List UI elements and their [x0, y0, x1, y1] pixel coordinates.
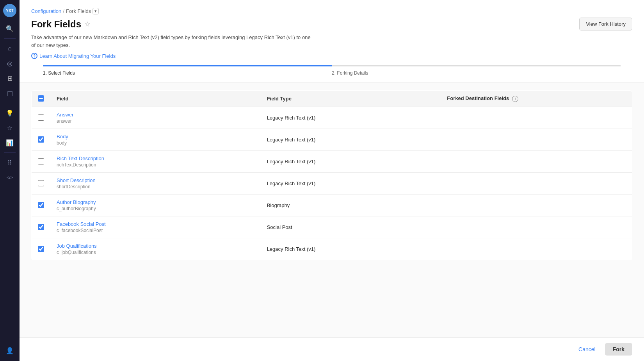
forked-destination-cell-shortDescription	[441, 172, 632, 194]
cancel-button[interactable]: Cancel	[574, 343, 600, 356]
field-slug-facebookSocialPost: c_facebookSocialPost	[57, 228, 254, 233]
field-type-cell-jobQualifications: Legacy Rich Text (v1)	[261, 238, 441, 260]
forked-destination-cell-answer	[441, 107, 632, 129]
table-row: Job Qualificationsc_jobQualificationsLeg…	[32, 238, 632, 260]
content-area: Field Field Type Forked Destination Fiel…	[20, 82, 644, 337]
field-cell-authorBiography: Author Biographyc_authorBiography	[50, 194, 261, 216]
table-row: Facebook Social Postc_facebookSocialPost…	[32, 216, 632, 238]
field-slug-answer: answer	[57, 118, 254, 124]
checkbox-jobQualifications[interactable]	[38, 246, 44, 252]
field-link-shortDescription[interactable]: Short Description	[57, 177, 254, 183]
row-checkbox-cell-answer	[32, 107, 51, 129]
sidebar-divider-3	[4, 152, 16, 153]
field-link-jobQualifications[interactable]: Job Qualifications	[57, 243, 254, 249]
field-link-answer[interactable]: Answer	[57, 112, 254, 118]
layers-icon[interactable]: ◫	[3, 86, 16, 100]
field-cell-richTextDescription: Rich Text DescriptionrichTextDescription	[50, 150, 261, 172]
field-type-cell-shortDescription: Legacy Rich Text (v1)	[261, 172, 441, 194]
field-link-body[interactable]: Body	[57, 134, 254, 139]
page-header-row: Fork Fields ☆ View Fork History	[31, 18, 632, 30]
main-content: Configuration / Fork Fields ▾ Fork Field…	[20, 0, 644, 361]
checkbox-richTextDescription[interactable]	[38, 158, 44, 164]
field-slug-richTextDescription: richTextDescription	[57, 162, 254, 168]
lightbulb-icon[interactable]: 💡	[3, 106, 16, 120]
step-2-track	[332, 65, 621, 66]
target-icon[interactable]: ◎	[3, 57, 16, 70]
row-checkbox-cell-jobQualifications	[32, 238, 51, 260]
breadcrumb-dropdown[interactable]: ▾	[93, 8, 99, 14]
select-all-indeterminate[interactable]	[38, 95, 44, 102]
row-checkbox-cell-facebookSocialPost	[32, 216, 51, 238]
view-fork-history-button[interactable]: View Fork History	[579, 18, 632, 30]
checkbox-facebookSocialPost[interactable]	[38, 224, 44, 230]
checkbox-authorBiography[interactable]	[38, 202, 44, 208]
breadcrumb-current: Fork Fields	[66, 8, 91, 14]
field-cell-jobQualifications: Job Qualificationsc_jobQualifications	[50, 238, 261, 260]
apps-icon[interactable]: ⠿	[3, 156, 16, 169]
table-body: AnsweranswerLegacy Rich Text (v1)Bodybod…	[32, 107, 632, 260]
field-cell-shortDescription: Short DescriptionshortDescription	[50, 172, 261, 194]
table-row: Rich Text DescriptionrichTextDescription…	[32, 150, 632, 172]
search-icon[interactable]: 🔍	[3, 22, 16, 35]
learn-link[interactable]: ? Learn About Migrating Your Fields	[31, 53, 116, 59]
checkbox-answer[interactable]	[38, 114, 44, 121]
sidebar-bottom: 👤	[3, 344, 16, 357]
forked-destination-cell-authorBiography	[441, 194, 632, 216]
field-column-header: Field	[50, 91, 261, 107]
field-type-cell-authorBiography: Biography	[261, 194, 441, 216]
grid-icon[interactable]: ⊞	[3, 71, 16, 85]
user-icon[interactable]: 👤	[3, 344, 16, 357]
chart-icon[interactable]: 📊	[3, 136, 16, 149]
row-checkbox-cell-body	[32, 129, 51, 150]
sidebar: YXT 🔍 ⌂ ◎ ⊞ ◫ 💡 ☆ 📊 ⠿ </> 👤	[0, 0, 20, 361]
table-row: Short DescriptionshortDescriptionLegacy …	[32, 172, 632, 194]
breadcrumb: Configuration / Fork Fields ▾	[31, 8, 632, 14]
field-type-cell-body: Legacy Rich Text (v1)	[261, 129, 441, 150]
field-link-authorBiography[interactable]: Author Biography	[57, 199, 254, 205]
favorite-icon[interactable]: ☆	[84, 20, 91, 29]
field-type-column-header: Field Type	[261, 91, 441, 107]
forked-destination-cell-facebookSocialPost	[441, 216, 632, 238]
select-all-checkbox-wrap[interactable]	[38, 95, 44, 102]
field-link-facebookSocialPost[interactable]: Facebook Social Post	[57, 221, 254, 227]
field-cell-answer: Answeranswer	[50, 107, 261, 129]
page-title-area: Fork Fields ☆	[31, 19, 91, 30]
footer-bar: Cancel Fork	[20, 337, 644, 361]
checkbox-shortDescription[interactable]	[38, 180, 44, 186]
forked-destination-cell-richTextDescription	[441, 150, 632, 172]
step-1-label: 1. Select Fields	[43, 70, 332, 76]
field-slug-authorBiography: c_authorBiography	[57, 206, 254, 211]
field-type-cell-facebookSocialPost: Social Post	[261, 216, 441, 238]
field-slug-body: body	[57, 140, 254, 146]
help-circle-icon: ?	[31, 53, 37, 59]
row-checkbox-cell-richTextDescription	[32, 150, 51, 172]
field-type-cell-answer: Legacy Rich Text (v1)	[261, 107, 441, 129]
steps-bar: 1. Select Fields 2. Forking Details	[31, 65, 632, 76]
forked-destination-info-icon[interactable]: i	[512, 96, 518, 102]
page-title: Fork Fields	[31, 19, 81, 30]
steps-labels: 1. Select Fields 2. Forking Details	[43, 68, 621, 76]
field-link-richTextDescription[interactable]: Rich Text Description	[57, 155, 254, 161]
sidebar-divider-2	[4, 103, 16, 103]
code-icon[interactable]: </>	[3, 171, 16, 184]
forked-destination-cell-body	[441, 129, 632, 150]
row-checkbox-cell-shortDescription	[32, 172, 51, 194]
table-header: Field Field Type Forked Destination Fiel…	[32, 91, 632, 107]
fork-button[interactable]: Fork	[605, 343, 632, 356]
forked-destination-column-header: Forked Destination Fields i	[441, 91, 632, 107]
table-row: AnsweranswerLegacy Rich Text (v1)	[32, 107, 632, 129]
fields-table: Field Field Type Forked Destination Fiel…	[31, 90, 632, 260]
star-icon[interactable]: ☆	[3, 121, 16, 134]
field-slug-jobQualifications: c_jobQualifications	[57, 250, 254, 255]
checkbox-header	[32, 91, 51, 107]
home-icon[interactable]: ⌂	[3, 42, 16, 55]
table-row: Author Biographyc_authorBiographyBiograp…	[32, 194, 632, 216]
steps-track	[43, 65, 621, 66]
step-1-track	[43, 65, 332, 66]
field-type-cell-richTextDescription: Legacy Rich Text (v1)	[261, 150, 441, 172]
learn-link-text: Learn About Migrating Your Fields	[39, 53, 116, 59]
checkbox-body[interactable]	[38, 136, 44, 143]
breadcrumb-parent[interactable]: Configuration	[31, 8, 61, 14]
sidebar-avatar: YXT	[3, 4, 16, 17]
table-row: BodybodyLegacy Rich Text (v1)	[32, 129, 632, 150]
